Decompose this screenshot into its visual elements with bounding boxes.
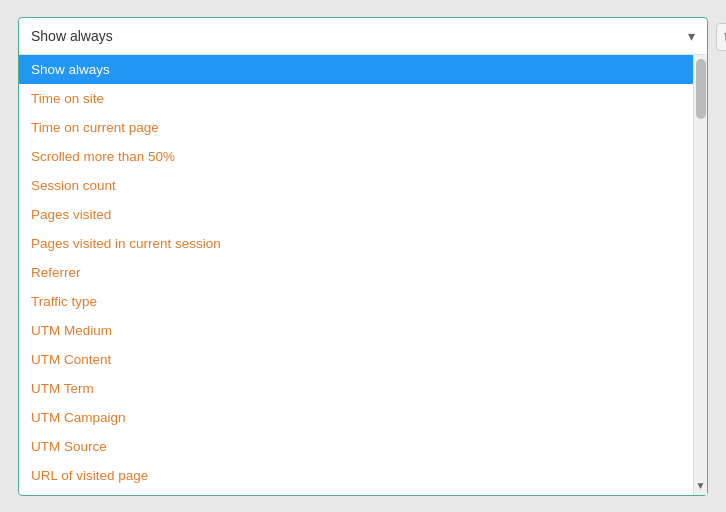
dropdown-list: Show alwaysTime on siteTime on current p… (19, 55, 707, 495)
dropdown-item[interactable]: URL of visited page (19, 461, 693, 490)
dropdown-item[interactable]: UTM Medium (19, 316, 693, 345)
dropdown-item[interactable]: Show always (19, 55, 693, 84)
dropdown-header[interactable]: Show always ▾ (19, 18, 707, 55)
dropdown-item[interactable]: UTM Content (19, 345, 693, 374)
trash-icon (722, 29, 726, 45)
selected-option-label: Show always (31, 28, 113, 44)
dropdown-item[interactable]: Scrolled more than 50% (19, 142, 693, 171)
dropdown-item[interactable]: Time on site (19, 84, 693, 113)
scrollbar-thumb[interactable] (696, 59, 706, 119)
scrollbar-track: ▲ ▼ (693, 55, 707, 495)
dropdown-item[interactable]: UTM Campaign (19, 403, 693, 432)
dropdown-item[interactable]: URL of current page (19, 490, 693, 495)
dropdown-item[interactable]: Referrer (19, 258, 693, 287)
scrollbar-down-arrow[interactable]: ▼ (694, 477, 708, 495)
dropdown-item[interactable]: UTM Term (19, 374, 693, 403)
dropdown-item[interactable]: Traffic type (19, 287, 693, 316)
dropdown-item[interactable]: Pages visited in current session (19, 229, 693, 258)
dropdown-item[interactable]: Pages visited (19, 200, 693, 229)
chevron-down-icon: ▾ (688, 28, 695, 44)
dropdown-item[interactable]: Session count (19, 171, 693, 200)
dropdown-item[interactable]: Time on current page (19, 113, 693, 142)
dropdown-container: Show always ▾ Show alwaysTime on siteTim… (18, 17, 708, 496)
delete-button[interactable] (716, 23, 726, 51)
dropdown-item[interactable]: UTM Source (19, 432, 693, 461)
dropdown-items-scroll[interactable]: Show alwaysTime on siteTime on current p… (19, 55, 693, 495)
